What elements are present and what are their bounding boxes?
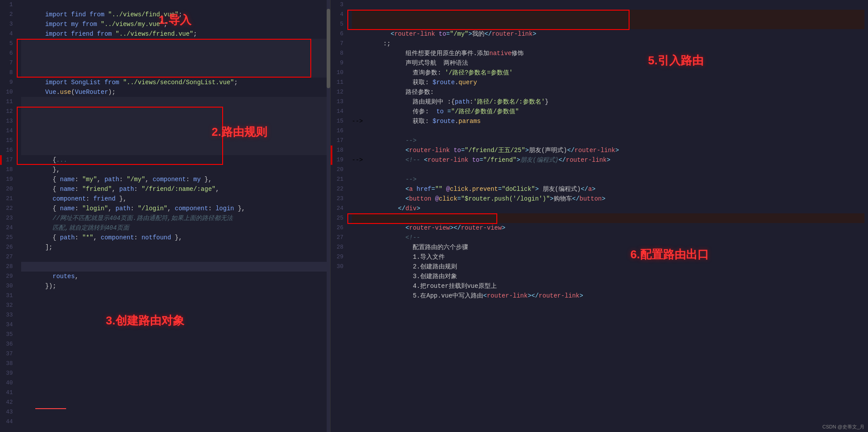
code-line: 获取: $route.params <box>352 107 864 116</box>
code-line: 组件想要使用原生的事件.添加native修饰 <box>352 39 864 48</box>
code-line: import Ranking from "../views/second/Ran… <box>21 48 327 58</box>
code-line: --> <box>352 165 864 175</box>
code-line: { name: "friend", path: "/friend/:name/:… <box>21 175 327 184</box>
annotation-router-obj: 3.创建路由对象 <box>106 313 184 328</box>
code-line: 声明式导航 两种语法 <box>352 48 864 58</box>
code-line: const router = new VueRouter({ <box>21 252 327 262</box>
annotation-import: 1.导入 <box>159 12 191 28</box>
code-line: const routes = [ <box>21 97 327 107</box>
code-line: routes, <box>21 262 327 272</box>
left-border-indicator <box>0 155 2 165</box>
code-line: 1.导入文件 <box>352 242 864 252</box>
code-line: //网址不匹配就显示404页面.路由通配符,如果上面的路径都无法 <box>21 204 327 213</box>
csdn-watermark: CSDN @史蒂文_月 <box>822 424 864 430</box>
code-line: 路由规则中 :{path:'路径/:参数名/:参数名'} <box>352 87 864 97</box>
code-line: --> <box>352 126 864 136</box>
code-line: 配置路由的六个步骤 <box>352 233 864 242</box>
code-line: 路径参数: <box>352 78 864 87</box>
code-line: 3.创建路由对象 <box>352 262 864 272</box>
code-line <box>21 87 327 97</box>
code-line: { path: "*", component: notfound }, <box>21 223 327 233</box>
left-border-16 <box>331 145 332 155</box>
left-border-17 <box>331 155 332 165</box>
code-line: //redirect设置重定向 <box>21 126 327 136</box>
code-line: <!-- <router-link to="/friend">朋友(编程式)</… <box>352 145 864 155</box>
left-code-content: import find from "../views/find.vue"; im… <box>18 0 330 281</box>
code-line: <!-- <box>352 223 864 233</box>
code-line: ]; <box>21 233 327 242</box>
code-line: 5.在App.vue中写入路由<router-link></router-lin… <box>352 281 864 291</box>
code-line: }); <box>21 272 327 281</box>
code-line: }, <box>21 155 327 165</box>
code-line: import SongList from "../views/second/So… <box>21 68 327 78</box>
code-line: 查询参数: '/路径?参数名=参数值' <box>352 58 864 68</box>
line-numbers-right: 34567 89101112 1314151617 1819202122 232… <box>331 0 346 272</box>
left-panel: 12345 678910 1112131415 1617181920 21222… <box>0 0 331 432</box>
code-line: import Recommend from "../views/second/R… <box>21 58 327 68</box>
code-line: <div class="top"> <box>352 204 864 213</box>
code-line: <router-link to="/find">发现音乐</router-lin… <box>352 10 864 19</box>
annotation-import-route: 5.引入路由 <box>648 53 704 68</box>
code-line: :; <box>352 29 864 39</box>
code-line: { name: "login", path: "/login", compone… <box>21 194 327 204</box>
code-line: { path: "/", redirect: "find" }, <box>21 136 327 145</box>
code-line: import login from "../views/login.vue"; <box>21 29 327 39</box>
annotation-route-outlet: 6.配置路由出口 <box>630 247 709 262</box>
code-line: import find from "../views/find.vue"; <box>21 0 327 10</box>
code-line: //路由重定向,默认显示的页面 <box>21 107 327 116</box>
annotation-routes: 2.路由规则 <box>212 124 267 140</box>
code-line: import notfound from "../views/notfound.… <box>21 39 327 48</box>
code-line: <router-link to="/friend/王五/25">朋友(声明式)<… <box>352 136 864 145</box>
code-line: <div class="footer_wrap"> <box>352 0 864 10</box>
code-line: Vue.use(VueRouter); <box>21 78 327 87</box>
code-line: </div> <box>352 194 864 204</box>
code-line: 获取: $route.query <box>352 68 864 78</box>
right-panel: 34567 89101112 1314151617 1819202122 232… <box>331 0 868 432</box>
code-line: 4.把router挂载到vue原型上 <box>352 272 864 281</box>
code-line: <a href="" @click.prevent="doClick"> 朋友(… <box>352 175 864 184</box>
code-line: {... <box>21 145 327 155</box>
code-line: { name: "my", path: "/my", component: my… <box>21 165 327 175</box>
code-line: //如果路径为/,就会重定向到find页面 <box>21 116 327 126</box>
code-line: <router-link to="/my">我的</router-link> <box>352 19 864 29</box>
code-line: <button @click="$router.push('/login')">… <box>352 184 864 194</box>
code-line: component: friend }, <box>21 184 327 194</box>
right-code-content: <div class="footer_wrap"> <router-link t… <box>348 0 868 291</box>
line-numbers-left: 12345 678910 1112131415 1617181920 21222… <box>0 0 15 427</box>
routes-underline <box>35 408 66 409</box>
code-line: 2.创建路由规则 <box>352 252 864 262</box>
code-line: 传参: to ="/路径/参数值/参数值" <box>352 97 864 107</box>
code-line <box>21 242 327 252</box>
code-line: <router-view></router-view> <box>352 213 864 223</box>
code-line: 匹配,就自定跳转到404页面 <box>21 213 327 223</box>
